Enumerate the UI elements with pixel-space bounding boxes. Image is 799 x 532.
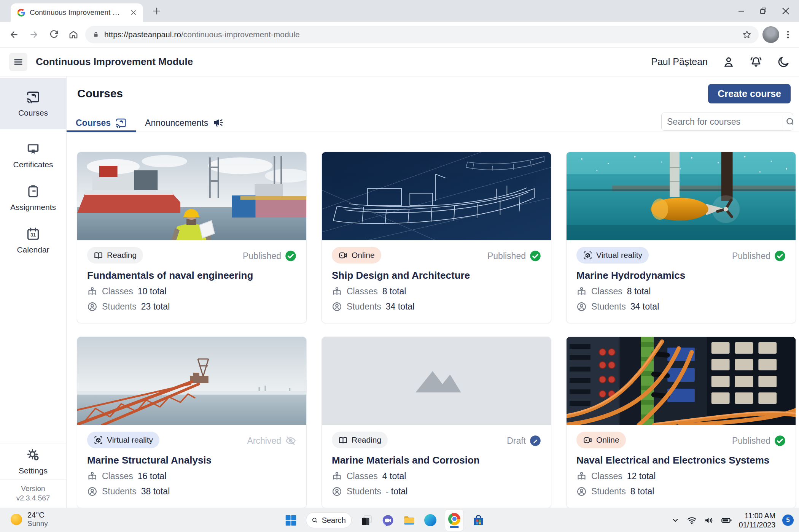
- course-card[interactable]: Virtual reality Archived Marine Structur…: [77, 337, 307, 508]
- browser-menu-icon[interactable]: [783, 30, 793, 40]
- courses-cast-icon: [26, 90, 40, 104]
- battery-icon[interactable]: [721, 515, 732, 526]
- hamburger-menu-icon[interactable]: [9, 53, 27, 71]
- browser-tab[interactable]: Continuous Improvement Module: [11, 3, 143, 22]
- students-icon: [332, 302, 342, 312]
- course-status: Published: [732, 435, 786, 446]
- students-icon: [87, 302, 97, 312]
- students-stat: Students38 total: [87, 486, 296, 497]
- assignments-clipboard-icon: [26, 184, 40, 199]
- window-close-button[interactable]: [781, 6, 791, 16]
- notifications-bell-icon[interactable]: [750, 56, 762, 68]
- app-header: Continuous Improvement Module Paul Păște…: [0, 48, 799, 76]
- classes-icon: [576, 471, 587, 481]
- course-status: Published: [487, 250, 541, 262]
- taskbar: 24°C Sunny Search: [0, 508, 799, 532]
- reload-icon[interactable]: [46, 27, 62, 43]
- browser-profile-avatar[interactable]: [762, 26, 779, 43]
- dark-mode-moon-icon[interactable]: [777, 56, 790, 68]
- screen: Continuous Improvement Module https://pa…: [0, 0, 799, 532]
- window-controls: [737, 0, 796, 22]
- task-view-icon[interactable]: [360, 514, 373, 527]
- course-card[interactable]: Virtual reality Published Marine Hydrody…: [566, 152, 796, 323]
- video-camera-icon: [583, 435, 592, 445]
- sidebar-item-courses[interactable]: Courses: [0, 78, 66, 129]
- tab-courses[interactable]: Courses: [67, 114, 136, 132]
- sidebar-item-calendar[interactable]: 31 Calendar: [0, 219, 66, 262]
- address-bar[interactable]: https://pasteanpaul.ro/continuous-improv…: [85, 26, 759, 43]
- students-icon: [332, 486, 342, 497]
- user-name: Paul Păștean: [651, 56, 708, 67]
- new-tab-button[interactable]: [151, 5, 163, 17]
- bookmark-star-icon[interactable]: [742, 30, 752, 40]
- clock[interactable]: 11:00 AM 01/11/2023: [739, 511, 775, 530]
- notification-count-badge[interactable]: 5: [782, 515, 794, 526]
- course-image-placeholder: [322, 337, 551, 425]
- students-icon: [87, 486, 97, 497]
- book-icon: [338, 435, 348, 445]
- volume-icon[interactable]: [704, 515, 714, 526]
- forward-icon[interactable]: [26, 27, 42, 43]
- search-icon: [312, 516, 318, 524]
- sun-icon: [11, 514, 22, 525]
- tray-chevron-icon[interactable]: [671, 516, 680, 525]
- microsoft-store-icon[interactable]: [472, 514, 485, 527]
- chrome-browser-icon[interactable]: [445, 510, 463, 531]
- create-course-button[interactable]: Create course: [708, 84, 791, 103]
- edge-browser-icon[interactable]: [424, 514, 436, 526]
- video-camera-icon: [338, 251, 348, 260]
- course-search: [661, 113, 793, 131]
- students-stat: Students34 total: [332, 302, 541, 312]
- sidebar: Courses Certificates Assignments 31 Cale…: [0, 76, 67, 508]
- course-type-badge: Online: [332, 247, 381, 264]
- sidebar-item-assignments[interactable]: Assignments: [0, 176, 66, 219]
- chrome-logo: [448, 513, 460, 525]
- classes-stat: Classes8 total: [332, 286, 541, 297]
- classes-stat: Classes10 total: [87, 286, 296, 297]
- teams-chat-icon[interactable]: [382, 514, 394, 527]
- course-grid: Reading Published Fundamentals of naval …: [77, 152, 796, 508]
- classes-stat: Classes12 total: [576, 471, 786, 481]
- course-image-naval-port: [77, 152, 306, 240]
- search-input[interactable]: [662, 113, 785, 130]
- tab-announcements[interactable]: Announcements: [136, 114, 233, 132]
- students-stat: Students8 total: [576, 486, 786, 497]
- course-image-ship-blueprint: [322, 152, 551, 240]
- search-button[interactable]: [785, 113, 793, 130]
- course-status: Published: [243, 250, 296, 262]
- home-icon[interactable]: [65, 27, 81, 43]
- check-circle-icon: [774, 250, 786, 262]
- page-title: Courses: [77, 87, 123, 100]
- main-content: Courses Create course Courses Announceme…: [67, 76, 799, 508]
- check-circle-icon: [774, 435, 786, 446]
- course-card[interactable]: Reading Draft Marine Materials and Corro…: [322, 337, 551, 508]
- back-icon[interactable]: [6, 27, 22, 43]
- course-title: Naval Electrical and Electronics Systems: [576, 454, 786, 466]
- weather-widget[interactable]: 24°C Sunny: [11, 511, 48, 528]
- lock-icon: [92, 31, 100, 38]
- sidebar-item-certificates[interactable]: Certificates: [0, 134, 66, 176]
- windows-start-icon[interactable]: [285, 514, 297, 527]
- window-restore-button[interactable]: [759, 6, 768, 16]
- course-card[interactable]: Online Published Ship Design and Archite…: [322, 152, 551, 323]
- course-type-badge: Online: [576, 432, 626, 448]
- course-type-badge: Reading: [332, 432, 388, 448]
- megaphone-icon: [213, 117, 224, 129]
- course-title: Marine Materials and Corrosion: [332, 454, 541, 466]
- course-image-underwater-thruster: [567, 152, 796, 240]
- window-minimize-button[interactable]: [737, 6, 746, 16]
- wifi-icon[interactable]: [687, 515, 697, 526]
- course-card[interactable]: Reading Published Fundamentals of naval …: [77, 152, 307, 323]
- course-status: Published: [732, 250, 786, 262]
- course-image-server-cables: [567, 337, 796, 425]
- taskbar-search[interactable]: Search: [306, 512, 352, 528]
- courses-cast-icon: [115, 117, 127, 129]
- sidebar-item-settings[interactable]: Settings: [0, 443, 66, 480]
- profile-icon[interactable]: [722, 56, 735, 68]
- classes-icon: [87, 286, 97, 297]
- settings-gear-icon: [26, 448, 40, 462]
- tab-close-icon[interactable]: [129, 8, 138, 17]
- classes-icon: [332, 286, 342, 297]
- file-explorer-icon[interactable]: [403, 514, 415, 527]
- course-card[interactable]: Online Published Naval Electrical and El…: [566, 337, 796, 508]
